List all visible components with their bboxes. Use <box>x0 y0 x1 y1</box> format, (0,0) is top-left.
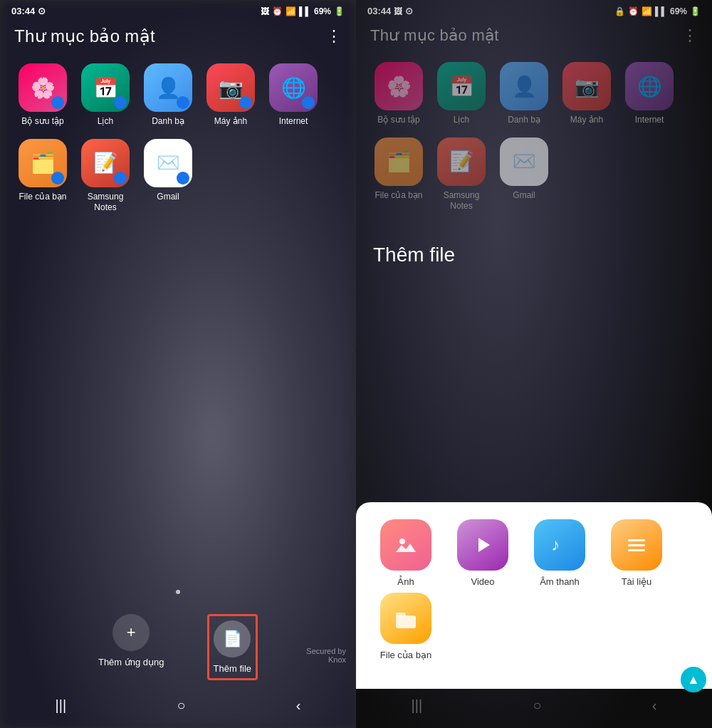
right-app-gmail[interactable]: ✉️ Gmail <box>498 137 550 212</box>
app-danh-ba[interactable]: 👤 Danh bạ <box>142 63 194 128</box>
sheet-item-tai-lieu[interactable]: Tài liệu <box>601 519 672 587</box>
app-notes-icon: 📝 <box>81 139 130 187</box>
right-status-icon-circle: ⊙ <box>405 6 413 16</box>
left-battery-icon: 🔋 <box>334 6 345 16</box>
app-notes-badge <box>114 172 127 184</box>
app-may-anh-icon: 📷 <box>206 63 255 112</box>
right-app-lich[interactable]: 📅 Lịch <box>436 62 487 126</box>
them-ung-dung-label: Thêm ứng dụng <box>98 657 164 667</box>
svg-point-0 <box>399 539 405 544</box>
app-lich-icon: 📅 <box>81 63 130 112</box>
sheet-am-thanh-label: Âm thanh <box>540 576 580 587</box>
document-svg-icon <box>624 532 649 558</box>
left-wifi-icon: 📶 <box>286 6 296 16</box>
app-may-anh-badge <box>239 96 252 109</box>
left-header: Thư mục bảo mật ⋮ <box>0 19 356 58</box>
left-battery: 69% <box>314 6 331 16</box>
right-app-file-label: File của bạn <box>375 190 422 202</box>
right-notes-icon: 📝 <box>449 150 474 173</box>
sheet-item-am-thanh[interactable]: ♪ Âm thanh <box>524 519 595 587</box>
right-teal-button[interactable]: ▲ <box>681 667 706 692</box>
them-ung-dung-button[interactable]: + Thêm ứng dụng <box>98 614 164 680</box>
left-nav-bar: ||| ○ ‹ <box>0 689 356 728</box>
app-samsung-notes[interactable]: 📝 Samsung Notes <box>80 139 131 214</box>
app-file-badge <box>51 172 64 184</box>
right-gmail-icon: ✉️ <box>513 150 535 172</box>
right-app-bo-suu-tap[interactable]: 🌸 Bộ sưu tập <box>373 62 424 126</box>
right-nav-home-button[interactable]: ○ <box>533 697 541 714</box>
right-app-danh-ba-icon: 👤 <box>500 62 548 110</box>
app-bo-suu-tap-label: Bộ sưu tập <box>21 116 63 128</box>
folder-icon: 🗂️ <box>31 151 56 175</box>
right-app-notes[interactable]: 📝 Samsung Notes <box>436 137 487 212</box>
right-battery: 69% <box>670 6 687 16</box>
right-folder-icon: 🗂️ <box>387 150 412 173</box>
left-time: 03:44 <box>11 6 35 16</box>
right-content: 03:44 🖼 ⊙ 🔒 ⏰ 📶 ▌▌ 69% 🔋 Thư mục bảo mật… <box>356 0 712 728</box>
music-svg-icon: ♪ <box>547 532 572 558</box>
left-alarm-icon: ⏰ <box>272 6 283 16</box>
left-title: Thư mục bảo mật <box>14 26 155 46</box>
right-calendar-icon: 📅 <box>449 75 474 98</box>
right-app-file[interactable]: 🗂️ File của bạn <box>373 137 424 212</box>
them-file-section: Thêm file <box>356 229 712 289</box>
right-menu-button[interactable]: ⋮ <box>682 26 698 45</box>
app-may-anh-label: Máy ảnh <box>214 116 247 128</box>
file-add-icon: 📄 <box>223 630 242 648</box>
right-app-danh-ba[interactable]: 👤 Danh bạ <box>498 62 550 126</box>
right-time: 03:44 <box>367 6 391 16</box>
play-svg-icon <box>470 532 496 558</box>
app-may-anh[interactable]: 📷 Máy ảnh <box>205 63 256 128</box>
right-app-internet[interactable]: 🌐 Internet <box>624 62 675 126</box>
nav-back-button[interactable]: ‹ <box>296 697 301 714</box>
right-internet-icon: 🌐 <box>637 75 662 98</box>
app-danh-ba-badge <box>177 96 189 109</box>
app-lich-badge <box>114 96 127 109</box>
right-battery-icon: 🔋 <box>690 6 701 16</box>
right-nav-recent-button[interactable]: ||| <box>412 697 423 714</box>
camera-icon: 📷 <box>219 76 244 100</box>
right-app-internet-label: Internet <box>635 115 664 126</box>
nav-recent-button[interactable]: ||| <box>56 697 67 714</box>
left-panel: 03:44 ⊙ 🖼 ⏰ 📶 ▌▌ 69% 🔋 Thư mục bảo mật ⋮… <box>0 0 356 728</box>
app-file-label: File của bạn <box>19 192 66 203</box>
right-app-gmail-icon: ✉️ <box>500 137 548 186</box>
sheet-anh-icon <box>380 519 431 571</box>
app-lich-label: Lịch <box>98 116 113 128</box>
svg-rect-4 <box>628 544 645 546</box>
right-title: Thư mục bảo mật <box>370 26 499 45</box>
right-header: Thư mục bảo mật ⋮ <box>356 19 712 56</box>
right-app-may-anh-label: Máy ảnh <box>570 115 603 126</box>
right-wifi-icon: 📶 <box>642 6 652 16</box>
left-app-grid: 🌸 Bộ sưu tập 📅 Lịch 👤 Danh bạ <box>0 58 356 231</box>
app-gmail-label: Gmail <box>157 192 179 203</box>
sheet-items-grid: Ảnh Video ♪ <box>370 519 698 660</box>
app-internet[interactable]: 🌐 Internet <box>268 63 319 128</box>
app-lich[interactable]: 📅 Lịch <box>80 63 131 128</box>
svg-rect-5 <box>628 549 645 551</box>
plus-icon: + <box>127 623 136 642</box>
app-gmail[interactable]: ✉️ Gmail <box>142 139 194 214</box>
sheet-tai-lieu-label: Tài liệu <box>622 576 652 587</box>
right-nav-back-button[interactable]: ‹ <box>652 697 657 714</box>
right-app-gmail-label: Gmail <box>513 190 535 202</box>
app-gmail-icon: ✉️ <box>144 139 192 187</box>
app-danh-ba-icon: 👤 <box>144 63 192 112</box>
left-content: 03:44 ⊙ 🖼 ⏰ 📶 ▌▌ 69% 🔋 Thư mục bảo mật ⋮… <box>0 0 356 728</box>
app-file-cua-ban[interactable]: 🗂️ File của bạn <box>17 139 68 214</box>
app-bo-suu-tap[interactable]: 🌸 Bộ sưu tập <box>17 63 68 128</box>
sheet-item-video[interactable]: Video <box>447 519 518 587</box>
right-signal-icon: ▌▌ <box>655 6 667 16</box>
right-app-may-anh[interactable]: 📷 Máy ảnh <box>561 62 612 126</box>
sheet-item-anh[interactable]: Ảnh <box>370 519 441 587</box>
left-menu-button[interactable]: ⋮ <box>326 27 342 46</box>
them-file-highlight: 📄 Thêm file <box>207 614 258 680</box>
sheet-audio-icon: ♪ <box>534 519 585 571</box>
them-file-button[interactable]: 📄 Thêm file <box>214 620 251 674</box>
nav-home-button[interactable]: ○ <box>177 697 185 714</box>
right-panel: 03:44 🖼 ⊙ 🔒 ⏰ 📶 ▌▌ 69% 🔋 Thư mục bảo mật… <box>356 0 712 728</box>
sheet-video-icon <box>457 519 508 571</box>
sheet-item-file-cua-ban[interactable]: File của bạn <box>370 593 441 660</box>
them-ung-dung-circle: + <box>112 614 150 651</box>
svg-text:♪: ♪ <box>551 535 560 554</box>
